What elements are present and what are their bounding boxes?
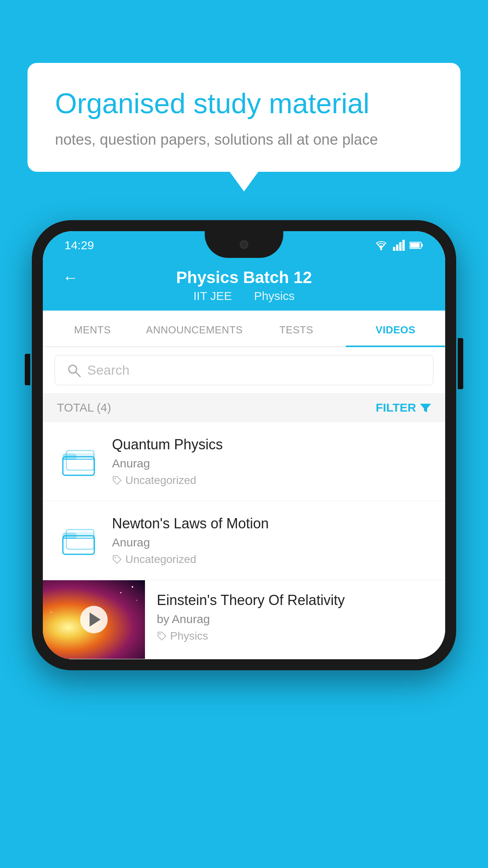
bubble-title: Organised study material	[55, 86, 433, 120]
subtitle-part1: IIT JEE	[193, 289, 232, 302]
video-tag-3: Physics	[157, 630, 433, 642]
video-list: Quantum Physics Anurag Uncategorized	[43, 422, 445, 659]
tag-icon	[112, 554, 122, 565]
signal-icon	[393, 240, 405, 251]
video-author-3: by Anurag	[157, 612, 433, 626]
phone-wrapper: 14:29	[32, 220, 456, 670]
header-row: ← Physics Batch 12	[62, 268, 426, 287]
header-subtitle: IIT JEE Physics	[189, 289, 299, 303]
svg-rect-4	[402, 240, 405, 251]
phone-notch	[205, 231, 283, 258]
tag-icon	[157, 631, 167, 641]
back-button[interactable]: ←	[62, 269, 78, 287]
video-info-3: Einstein's Theory Of Relativity by Anura…	[145, 580, 445, 650]
video-title-1: Quantum Physics	[112, 436, 431, 453]
bubble-subtitle: notes, question papers, solutions all at…	[55, 131, 433, 148]
video-info-1: Quantum Physics Anurag Uncategorized	[112, 436, 431, 487]
speech-bubble: Organised study material notes, question…	[28, 63, 460, 172]
svg-rect-7	[410, 243, 420, 248]
svg-point-21	[159, 633, 161, 635]
video-thumbnail-3	[43, 580, 145, 659]
video-info-2: Newton's Laws of Motion Anurag Uncategor…	[112, 515, 431, 566]
svg-point-0	[380, 248, 382, 250]
tab-announcements[interactable]: ANNOUNCEMENTS	[142, 311, 247, 346]
tab-videos[interactable]: VIDEOS	[346, 311, 445, 346]
battery-icon	[409, 241, 424, 250]
play-button[interactable]	[80, 606, 108, 633]
search-placeholder: Search	[87, 362, 130, 378]
svg-point-15	[114, 478, 116, 479]
svg-rect-3	[399, 242, 402, 251]
filter-icon	[420, 402, 431, 413]
total-count: TOTAL (4)	[57, 401, 111, 414]
wifi-icon	[374, 240, 388, 251]
camera-dot	[240, 240, 248, 249]
play-triangle	[90, 612, 101, 627]
svg-marker-10	[420, 404, 431, 412]
video-author-2: Anurag	[112, 536, 431, 549]
svg-rect-2	[396, 245, 398, 251]
status-icons	[374, 240, 424, 251]
svg-rect-13	[63, 454, 77, 460]
tag-label-2: Uncategorized	[125, 553, 196, 566]
svg-rect-6	[421, 244, 423, 247]
tag-label-3: Physics	[170, 630, 208, 642]
filter-bar: TOTAL (4) FILTER	[43, 393, 445, 422]
svg-rect-1	[393, 247, 395, 251]
folder-thumbnail-1	[57, 440, 100, 483]
phone-screen: 14:29	[43, 231, 445, 659]
search-container: Search	[43, 347, 445, 393]
list-item[interactable]: Newton's Laws of Motion Anurag Uncategor…	[43, 501, 445, 580]
search-icon	[67, 363, 81, 377]
video-tag-1: Uncategorized	[112, 474, 431, 487]
speech-bubble-container: Organised study material notes, question…	[28, 63, 460, 172]
tag-label-1: Uncategorized	[125, 474, 196, 487]
subtitle-part2: Physics	[254, 289, 294, 302]
svg-point-20	[114, 557, 116, 558]
filter-label: FILTER	[376, 401, 416, 414]
video-title-3: Einstein's Theory Of Relativity	[157, 592, 433, 609]
tabs-bar: MENTS ANNOUNCEMENTS TESTS VIDEOS	[43, 311, 445, 347]
folder-icon	[61, 444, 96, 479]
app-header: ← Physics Batch 12 IIT JEE Physics	[43, 258, 445, 311]
video-tag-2: Uncategorized	[112, 553, 431, 566]
folder-icon	[61, 523, 96, 558]
svg-rect-18	[63, 533, 77, 539]
tag-icon	[112, 475, 122, 485]
tab-tests[interactable]: TESTS	[247, 311, 346, 346]
phone-outer: 14:29	[32, 220, 456, 670]
video-title-2: Newton's Laws of Motion	[112, 515, 431, 532]
status-time: 14:29	[64, 239, 94, 252]
list-item[interactable]: Einstein's Theory Of Relativity by Anura…	[43, 580, 445, 659]
header-title: Physics Batch 12	[176, 268, 312, 287]
filter-button[interactable]: FILTER	[376, 401, 431, 414]
svg-line-9	[76, 372, 80, 377]
search-bar[interactable]: Search	[55, 355, 433, 385]
folder-thumbnail-2	[57, 519, 100, 562]
list-item[interactable]: Quantum Physics Anurag Uncategorized	[43, 422, 445, 501]
video-author-1: Anurag	[112, 457, 431, 470]
tab-ments[interactable]: MENTS	[43, 311, 142, 346]
